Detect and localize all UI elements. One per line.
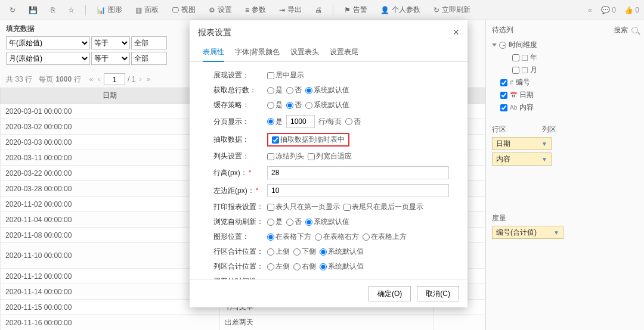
col-header-0[interactable]: 日期	[1, 88, 220, 104]
table-row: 2020-11-16 00:00:00出差两天	[1, 315, 485, 331]
refresh-opt-1[interactable]: 否	[286, 217, 302, 227]
chk-head-first[interactable]: 表头只在第一页显示	[267, 202, 340, 212]
tree-child[interactable]: 月	[492, 64, 638, 76]
cell: 2020-11-16 00:00:00	[1, 315, 220, 331]
total-opt-0[interactable]: 是	[267, 85, 283, 95]
chk-tail-last[interactable]: 表尾只在最后一页显示	[343, 202, 423, 212]
tb-panel[interactable]: ▥ 面板	[131, 2, 163, 17]
pg-last[interactable]: »	[145, 75, 151, 83]
cell: 2020-03-28 00:00:00	[1, 181, 220, 197]
share-icon[interactable]: ∝	[587, 6, 593, 14]
cell: 2020-03-22 00:00:00	[1, 166, 220, 181]
cell: 2020-11-14 00:00:00	[1, 284, 220, 300]
cell: 2020-11-10 00:00:00	[1, 243, 220, 269]
cache-opt-2[interactable]: 系统默认值	[305, 100, 349, 110]
total-opt-1[interactable]: 否	[286, 85, 302, 95]
tb-save-icon[interactable]: 💾	[24, 4, 42, 17]
modal-tab-1[interactable]: 字体|背景颜色	[235, 45, 280, 61]
cache-opt-1[interactable]: 否	[286, 100, 302, 110]
cell: 2020-11-08 00:00:00	[1, 228, 220, 243]
filter-op-1[interactable]: 等于	[91, 52, 130, 65]
measure-value[interactable]: 编号(合计值)▼	[492, 226, 564, 239]
right-panel: 待选列 搜索 时间维度 年 月 # 编号 📅 日期 Ab 内容 行区 列区 日期…	[486, 20, 644, 330]
tb-settings[interactable]: ⚙ 设置	[204, 2, 237, 17]
modal-title: 报表设置	[198, 27, 231, 38]
tb-chart[interactable]: 📊 图形	[92, 2, 127, 17]
paging-value[interactable]	[286, 115, 315, 128]
modal-tab-0[interactable]: 表属性	[203, 45, 224, 62]
tb-print-icon[interactable]: 🖨	[310, 4, 327, 17]
chk-extract[interactable]: 抽取数据到临时表中	[272, 135, 345, 145]
tb-refresh[interactable]: ↻ 立即刷新	[429, 2, 475, 17]
tb-view[interactable]: 🖵 视图	[167, 2, 200, 17]
total-opt-2[interactable]: 系统默认值	[305, 85, 349, 95]
cell: 2020-11-04 00:00:00	[1, 212, 220, 228]
ok-button[interactable]: 确定(O)	[369, 286, 411, 301]
cancel-button[interactable]: 取消(C)	[417, 286, 459, 301]
tree-checked[interactable]: 📅 日期	[492, 89, 638, 101]
avail-cols-title: 待选列	[492, 25, 513, 35]
modal-tab-2[interactable]: 设置表头	[290, 45, 319, 61]
filter-op-0[interactable]: 等于	[91, 36, 130, 49]
cell: 2020-11-15 00:00:00	[1, 300, 220, 315]
chk-autowidth[interactable]: 列宽自适应	[308, 151, 352, 161]
rowpos-opt-2[interactable]: 系统默认值	[320, 247, 364, 257]
extract-highlight: 抽取数据到临时表中	[267, 133, 349, 147]
col-area-title: 列区	[542, 124, 556, 135]
report-settings-modal: 报表设置 × 表属性字体|背景颜色设置表头设置表尾 展现设置：居中显示 获取总行…	[190, 20, 467, 307]
row-height-input[interactable]	[267, 166, 449, 179]
search-label: 搜索	[614, 25, 628, 35]
tb-params[interactable]: ≡ 参数	[240, 2, 271, 17]
filter-val-1[interactable]: 全部	[131, 52, 167, 65]
cache-opt-0[interactable]: 是	[267, 100, 283, 110]
tree-checked[interactable]: # 编号	[492, 76, 638, 89]
tb-user-params[interactable]: 👤 个人参数	[376, 2, 425, 17]
measure-title: 度量	[492, 213, 506, 223]
rowpos-opt-0[interactable]: 上侧	[267, 247, 290, 257]
chartpos-opt-0[interactable]: 在表格下方	[267, 232, 311, 242]
tb-copy-icon[interactable]: ⎘	[46, 4, 60, 17]
pg-prev[interactable]: ‹	[97, 75, 101, 83]
thumb-count[interactable]: 👍 0	[624, 6, 639, 14]
tb-export[interactable]: ⇥ 导出	[274, 2, 306, 17]
comment-count[interactable]: 💬 0	[601, 6, 616, 14]
colpos-opt-0[interactable]: 左侧	[267, 261, 290, 272]
rowpos-opt-1[interactable]: 下侧	[293, 247, 316, 257]
filter-val-0[interactable]: 全部	[131, 36, 167, 49]
row-area-item[interactable]: 内容▼	[492, 152, 552, 166]
tb-sep0[interactable]: ↻	[5, 4, 20, 17]
pg-next[interactable]: ›	[138, 75, 143, 83]
tb-star-icon[interactable]: ☆	[63, 4, 79, 17]
close-icon[interactable]: ×	[453, 26, 459, 39]
modal-tab-3[interactable]: 设置表尾	[330, 45, 358, 61]
cell: 2020-03-01 00:00:00	[1, 104, 220, 119]
filter-field-1[interactable]: 月(原始值)	[6, 52, 90, 65]
margin-left-input[interactable]	[267, 184, 449, 197]
colpos-opt-1[interactable]: 右侧	[293, 261, 316, 272]
filter-field-0[interactable]: 年(原始值)	[6, 36, 90, 49]
pg-first[interactable]: «	[88, 75, 94, 83]
total-rows: 共 33 行	[6, 74, 32, 85]
chartpos-opt-2[interactable]: 在表格上方	[363, 232, 407, 242]
paging-yes[interactable]: 是	[267, 117, 283, 127]
row-area-item[interactable]: 日期▼	[492, 137, 552, 150]
chartpos-opt-1[interactable]: 在表格右方	[315, 232, 359, 242]
cell: 2020-11-02 00:00:00	[1, 197, 220, 212]
chk-center[interactable]: 居中显示	[267, 70, 304, 80]
refresh-opt-0[interactable]: 是	[267, 217, 283, 227]
tree-root[interactable]: 时间维度	[492, 39, 638, 51]
search-icon[interactable]	[631, 27, 638, 33]
tb-alert[interactable]: ⚑ 告警	[339, 2, 372, 17]
page-input[interactable]	[104, 73, 125, 85]
colpos-opt-2[interactable]: 系统默认值	[320, 261, 364, 272]
cell: 2020-11-12 00:00:00	[1, 269, 220, 284]
cell: 出差两天	[219, 315, 433, 331]
row-area-title: 行区	[492, 124, 506, 135]
clock-icon	[499, 42, 506, 49]
tree-checked[interactable]: Ab 内容	[492, 101, 638, 114]
tree-child[interactable]: 年	[492, 51, 638, 64]
chk-freeze[interactable]: 冻结列头	[267, 151, 304, 161]
refresh-opt-2[interactable]: 系统默认值	[305, 217, 349, 227]
cell: 2020-03-03 00:00:00	[1, 135, 220, 150]
paging-no[interactable]: 否	[345, 117, 361, 127]
